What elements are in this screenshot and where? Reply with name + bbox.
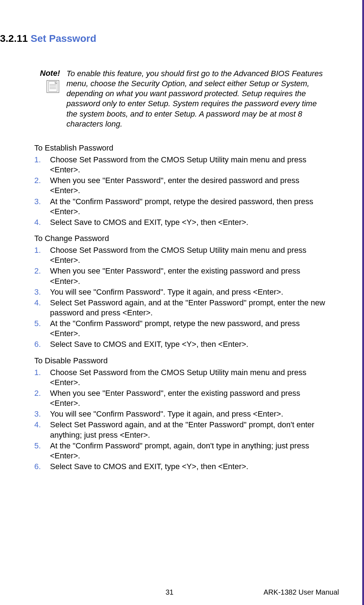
list-text: Select Save to CMOS and EXIT, type <Y>, …	[50, 462, 328, 472]
note-left: Note!	[34, 69, 60, 93]
note-block: Note! To enable this feature, you should…	[34, 69, 328, 129]
section-heading: 3.2.11 Set Password	[0, 33, 339, 44]
list-number: 3.	[34, 409, 50, 419]
list-establish: 1.Choose Set Password from the CMOS Setu…	[34, 155, 328, 227]
list-item: 5.At the "Confirm Password" prompt, rety…	[34, 319, 328, 339]
list-number: 2.	[34, 266, 50, 276]
list-text: You will see "Confirm Password". Type it…	[50, 409, 328, 419]
list-item: 2.When you see "Enter Password", enter t…	[34, 176, 328, 196]
list-text: Select Set Password again, and at the "E…	[50, 298, 328, 318]
list-number: 1.	[34, 245, 50, 255]
list-item: 2. When you see "Enter Password", enter …	[34, 266, 328, 286]
group-disable: To Disable Password 1.Choose Set Passwor…	[0, 356, 339, 472]
list-item: 6.Select Save to CMOS and EXIT, type <Y>…	[34, 462, 328, 472]
list-item: 1.Choose Set Password from the CMOS Setu…	[34, 245, 328, 265]
list-number: 3.	[34, 287, 50, 297]
list-change: 1.Choose Set Password from the CMOS Setu…	[34, 245, 328, 350]
list-item: 4.Select Set Password again, and at the …	[34, 420, 328, 440]
list-number: 4.	[34, 298, 50, 308]
list-item: 3.You will see "Confirm Password". Type …	[34, 287, 328, 297]
list-text: When you see "Enter Password", enter the…	[50, 176, 328, 196]
list-number: 4.	[34, 420, 50, 430]
page: 3.2.11 Set Password Note!	[0, 0, 364, 605]
list-number: 1.	[34, 368, 50, 378]
list-text: Choose Set Password from the CMOS Setup …	[50, 155, 328, 175]
list-text: Select Set Password again, and at the "E…	[50, 420, 328, 440]
section-number: 3.2.11	[0, 33, 28, 44]
list-number: 5.	[34, 441, 50, 451]
list-text: At the "Confirm Password" prompt, retype…	[50, 197, 328, 217]
list-number: 2.	[34, 176, 50, 186]
list-item: 4.Select Save to CMOS and EXIT, type <Y>…	[34, 217, 328, 227]
list-item: 4.Select Set Password again, and at the …	[34, 298, 328, 318]
subhead-establish: To Establish Password	[34, 143, 339, 153]
group-change: To Change Password 1.Choose Set Password…	[0, 234, 339, 350]
list-text: At the "Confirm Password" prompt, retype…	[50, 319, 328, 339]
list-text: At the "Confirm Password" prompt, again,…	[50, 441, 328, 461]
list-item: 3.At the "Confirm Password" prompt, rety…	[34, 197, 328, 217]
list-number: 3.	[34, 197, 50, 207]
section-title: Set Password	[31, 33, 96, 44]
list-number: 5.	[34, 319, 50, 329]
list-item: 2.When you see "Enter Password", enter t…	[34, 388, 328, 408]
note-icon	[46, 80, 59, 93]
list-text: Select Save to CMOS and EXIT, type <Y>, …	[50, 339, 328, 349]
list-text: When you see "Enter Password", enter the…	[50, 388, 328, 408]
list-number: 4.	[34, 217, 50, 227]
subhead-disable: To Disable Password	[34, 356, 339, 365]
note-label: Note!	[40, 69, 60, 78]
list-number: 1.	[34, 155, 50, 165]
page-footer: 31 ARK-1382 User Manual	[0, 588, 339, 596]
page-number: 31	[165, 588, 173, 596]
list-text: When you see "Enter Password", enter the…	[50, 266, 328, 286]
list-number: 6.	[34, 339, 50, 349]
list-text: Choose Set Password from the CMOS Setup …	[50, 368, 328, 388]
list-item: 1.Choose Set Password from the CMOS Setu…	[34, 368, 328, 388]
list-number: 2.	[34, 388, 50, 398]
list-item: 1.Choose Set Password from the CMOS Setu…	[34, 155, 328, 175]
list-item: 5.At the "Confirm Password" prompt, agai…	[34, 441, 328, 461]
list-number: 6.	[34, 462, 50, 472]
subhead-change: To Change Password	[34, 234, 339, 243]
list-item: 6.Select Save to CMOS and EXIT, type <Y>…	[34, 339, 328, 349]
content-area: 3.2.11 Set Password Note!	[0, 0, 339, 472]
group-establish: To Establish Password 1.Choose Set Passw…	[0, 143, 339, 227]
list-text宣: Choose Set Password from the CMOS Setup …	[50, 245, 328, 265]
list-disable: 1.Choose Set Password from the CMOS Setu…	[34, 368, 328, 472]
note-text: To enable this feature, you should first…	[66, 69, 328, 129]
manual-title: ARK-1382 User Manual	[264, 588, 339, 596]
list-item: 3.You will see "Confirm Password". Type …	[34, 409, 328, 419]
list-text: Select Save to CMOS and EXIT, type <Y>, …	[50, 217, 328, 227]
list-text: You will see "Confirm Password". Type it…	[50, 287, 328, 297]
